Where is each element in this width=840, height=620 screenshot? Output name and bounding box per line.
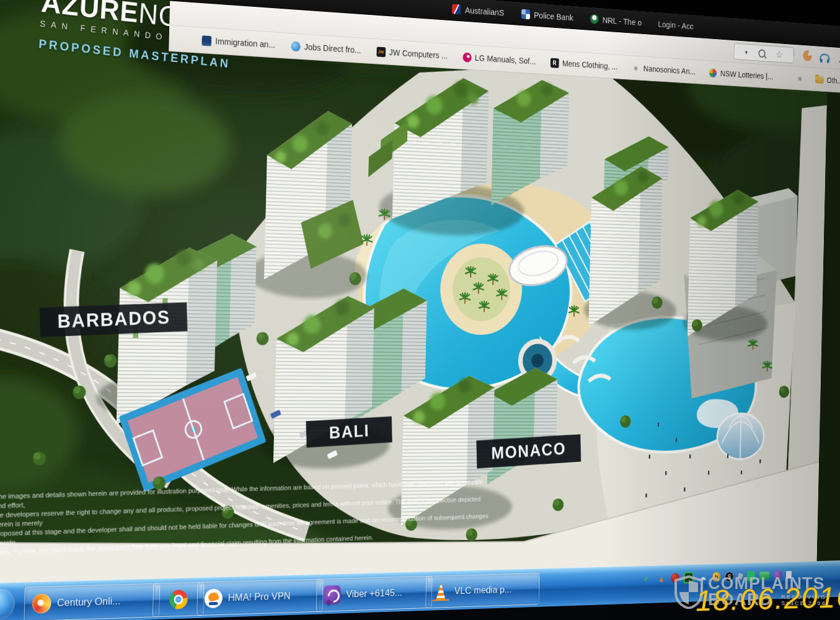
extension-pacman-icon[interactable] [802,48,814,63]
bookmark-star-icon[interactable]: ☆ [776,50,783,60]
bali-label: BALI [306,416,392,447]
bookmark-nanosonics[interactable]: ∗ Nanosonics An... [632,63,696,77]
bookmark-mens-clothing[interactable]: R Mens Clothing, ... [550,58,617,71]
taskbar-button-label: VLC media p... [454,584,512,597]
nsw-lotteries-favicon-icon [709,68,717,78]
tab-label: Police Bank [534,10,573,22]
immigration-favicon-icon [201,35,211,46]
folder-icon [815,76,823,83]
photo-date: 18.06.2016 [695,580,840,618]
bookmark-immigration[interactable]: Immigration an... [201,35,275,50]
bookmark-jw-computers[interactable]: JW JW Computers ... [376,46,448,61]
taskbar-button-label: Viber +6145... [346,587,402,600]
bookmark-label: Nanosonics An... [643,64,696,76]
tab-police-bank[interactable]: Police Bank [521,9,573,22]
bali-label-text: BALI [329,421,370,442]
taskbar-button-label: HMA! Pro VPN [228,590,290,604]
tab-label: AustralianS [465,5,505,17]
jw-computers-favicon-icon: JW [376,46,386,57]
other-bookmarks-label: Oth... [826,76,840,85]
photo-frame: BARBADOS BALI MONACO RESIDENCES AT AZURE… [0,0,840,620]
vlc-icon [432,582,449,601]
bookmark-lg-manuals[interactable]: LG Manuals, Sof... [462,52,536,66]
bookmark-label: LG Manuals, Sof... [475,53,536,66]
tab-login[interactable]: Login - Acc [658,19,693,30]
tab-nrl[interactable]: NRL - The o [590,14,642,27]
bookmark-jobs-direct[interactable]: Jobs Direct fro... [291,41,361,55]
barbados-label: BARBADOS [40,303,188,337]
nanosonics-favicon-icon: ∗ [632,63,640,73]
tray-checkmark-icon[interactable]: ✔ [641,573,652,585]
other-bookmarks-folder[interactable]: Oth... [815,75,840,86]
bookmark-label: Jobs Direct fro... [304,42,361,55]
chrome-icon [169,590,188,609]
bookmark-label: Immigration an... [215,37,275,50]
bookmark-label: JW Computers ... [389,48,448,61]
bookmark-label: Mens Clothing, ... [562,59,618,71]
tab-australiansuper[interactable]: AustralianS [452,4,504,17]
nrl-favicon-icon [590,14,599,24]
taskbar-button-century[interactable]: Century Onli... [24,583,161,620]
jobs-direct-favicon-icon [291,41,300,51]
glass-dome [717,414,764,459]
taskbar-button-label: Century Onli... [57,595,121,609]
tray-vlc-cone-icon[interactable]: ▲ [656,572,666,585]
taskbar-button-vlc[interactable]: VLC media p... [425,573,539,608]
century-online-icon [32,593,51,614]
extension-headphones-icon[interactable] [819,50,831,64]
tab-label: NRL - The o [603,15,642,27]
dropdown-caret-icon[interactable]: ▾ [745,48,748,56]
hma-vpn-icon [204,588,223,608]
bookmarks-overflow-chevron[interactable]: » [798,73,802,83]
monitor-screen: BARBADOS BALI MONACO RESIDENCES AT AZURE… [0,0,840,620]
bookmark-label: NSW Lotteries |... [720,69,773,81]
search-icon[interactable] [758,49,765,58]
mens-clothing-favicon-icon: R [550,58,559,68]
extension-download-icon[interactable]: ↓ [835,51,840,66]
police-bank-favicon-icon [521,9,530,19]
omnibox-tools: ▾ ☆ [733,43,794,64]
australiansuper-favicon-icon [452,4,461,14]
browser-page: BARBADOS BALI MONACO RESIDENCES AT AZURE… [0,0,840,583]
start-button[interactable] [0,588,15,620]
taskbar-button-hma[interactable]: HMA! Pro VPN [197,579,323,616]
bookmark-nsw-lotteries[interactable]: NSW Lotteries |... [709,68,773,81]
tab-label: Login - Acc [658,19,693,30]
lg-favicon-icon [462,52,471,63]
viber-icon [323,585,341,604]
taskbar-button-viber[interactable]: Viber +6145... [316,576,433,612]
